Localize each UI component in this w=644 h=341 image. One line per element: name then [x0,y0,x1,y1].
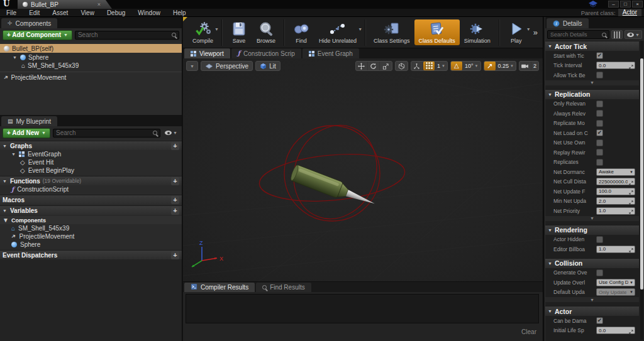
checkbox[interactable] [596,139,603,146]
tab-viewport[interactable]: Viewport [184,48,230,58]
checkbox[interactable] [596,269,603,276]
expander-icon[interactable]: ▼ [13,55,18,60]
rotate-tool-button[interactable] [368,62,380,70]
viewport-options-button[interactable]: ▼ [186,61,198,71]
add-item-button[interactable]: + [171,251,179,259]
expand-more-button[interactable]: ▼ [545,297,639,302]
checkbox[interactable] [596,236,603,243]
tab-find-results[interactable]: Find Results [256,283,311,292]
add-item-button[interactable]: + [171,177,179,185]
rotation-snap-value-button[interactable]: 10°▼ [463,63,480,69]
list-item[interactable]: ⌂SM_Shell_545x39 [0,224,182,232]
value-field[interactable]: 1.0 [596,207,635,215]
column-view-button[interactable] [611,30,623,39]
checkbox[interactable]: ✔ [596,317,603,324]
compiler-results-content[interactable] [186,294,539,323]
toolbar-overflow-button[interactable]: » [533,28,543,37]
section-header-macros[interactable]: Macros+ [0,195,182,204]
tab-construction-scrip[interactable]: ƒConstruction Scrip [231,48,301,58]
checkbox[interactable] [596,100,603,107]
lit-button[interactable]: Lit [255,61,280,71]
expand-more-button[interactable]: ▼ [545,80,639,85]
expander-icon[interactable]: ▼ [3,217,9,224]
value-field[interactable]: 225000000.0 [596,178,635,185]
clear-button[interactable]: Clear [521,328,536,335]
menu-view[interactable]: View [74,9,101,17]
tab-details[interactable]: i Details [547,18,589,28]
list-item[interactable]: ▼EventGraph [0,150,182,158]
section-header-event-dispatchers[interactable]: Event Dispatchers+ [0,250,182,259]
add-component-button[interactable]: + Add Component▼ [3,30,72,40]
parent-class-link[interactable]: Actor [618,9,641,16]
value-field[interactable]: 1.0 [596,246,635,253]
expander-icon[interactable]: ▼ [548,228,552,232]
details-scrollbar[interactable] [640,41,643,340]
minimize-button[interactable]: – [608,1,619,8]
menu-window[interactable]: Window [131,9,167,17]
tab-my-blueprint[interactable]: ▤ My Blueprint [1,116,57,126]
expander-icon[interactable]: ▼ [3,144,8,148]
menu-file[interactable]: File [0,9,23,17]
add-item-button[interactable]: + [171,207,179,215]
class-defaults-button[interactable]: Class Defaults [414,19,460,45]
components-search-input[interactable]: Search [75,31,179,40]
checkbox[interactable] [596,72,603,78]
hide-unrelated-button[interactable]: Hide Unrelated▼ [314,19,361,45]
find-button[interactable]: Find [288,19,314,45]
value-field[interactable]: 0.0 [596,327,635,334]
tab-event-graph[interactable]: Event Graph [303,48,359,58]
maximize-button[interactable]: □ [620,1,631,8]
tree-row[interactable]: ➔ProjectileMovement [0,73,182,82]
checkbox[interactable] [596,110,603,117]
compile-button[interactable]: Compile▼ [188,19,218,45]
viewport[interactable]: ▼ Perspective Lit [183,58,543,281]
details-search-input[interactable]: Search Details [547,30,609,39]
expander-icon[interactable]: ▼ [548,261,552,266]
section-header[interactable]: ▼Actor Tick [545,41,639,51]
camera-speed-value-button[interactable]: 2 [531,63,538,69]
dropdown-field[interactable]: Use Config Default▼ [596,279,635,286]
viewport-3d-scene[interactable]: Z X [183,58,543,281]
dropdown-field[interactable]: Only Update Movabl▼ [596,288,635,296]
tab-components[interactable]: ✛ Components [1,18,57,28]
section-header-variables[interactable]: ▼Variables+ [0,205,182,215]
browse-button[interactable]: Browse [252,19,280,45]
scale-snap-value-button[interactable]: 0.25▼ [496,63,516,69]
list-item[interactable]: ➔ProjectileMovement [0,232,182,241]
camera-speed-button[interactable] [519,62,531,70]
tree-row[interactable]: Bullet_BP(self) [0,44,182,53]
checkbox[interactable]: ✔ [596,52,603,59]
add-item-button[interactable]: + [171,196,179,204]
tree-row[interactable]: ▼Sphere [0,53,182,62]
value-field[interactable]: 100.0 [596,188,635,195]
property-visibility-button[interactable]: ▼ [625,30,642,39]
tree-row[interactable]: ⌂SM_Shell_545x39 [0,62,182,70]
add-item-button[interactable]: + [171,142,179,150]
value-field[interactable]: 0.0 [596,62,635,69]
checkbox[interactable] [596,149,603,156]
grid-snap-value-button[interactable]: 1▼ [435,63,447,69]
surface-snap-button[interactable] [411,62,423,70]
section-header[interactable]: ▼Actor [545,306,639,316]
grid-snap-toggle-button[interactable] [423,62,435,70]
simulation-button[interactable]: Simulation [460,19,495,45]
menu-edit[interactable]: Edit [23,9,46,17]
checkbox[interactable] [596,159,603,166]
tab-close-icon[interactable]: × [97,1,101,8]
section-header[interactable]: ▼Replication [545,89,639,99]
scrollbar-thumb[interactable] [640,58,643,290]
add-new-button[interactable]: + Add New▼ [3,128,50,138]
menu-debug[interactable]: Debug [101,9,131,17]
menu-asset[interactable]: Asset [46,9,74,17]
section-header[interactable]: ▼Collision [545,258,639,268]
expander-icon[interactable]: ▼ [548,44,552,48]
my-blueprint-search-input[interactable]: Search [53,129,160,138]
chevron-down-icon[interactable]: ▼ [358,27,362,31]
checkbox[interactable]: ✔ [596,129,603,136]
tab-compiler-results[interactable]: Compiler Results [184,283,255,292]
section-header[interactable]: ▼Rendering [545,225,639,235]
close-button[interactable]: × [632,1,643,8]
expand-more-button[interactable]: ▼ [545,216,639,221]
value-field[interactable]: 2.0 [596,197,635,205]
play-button[interactable]: Play▼ [503,19,530,45]
